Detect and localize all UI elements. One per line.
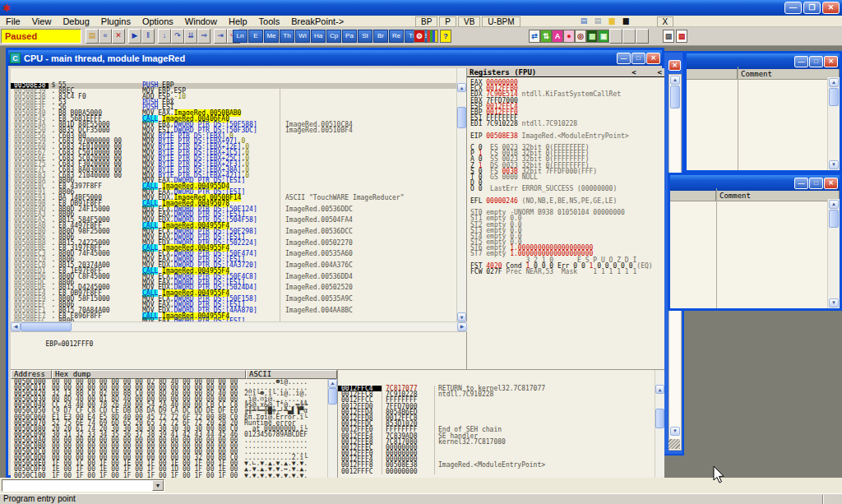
animate-into-button[interactable]: ⇊ — [184, 29, 197, 44]
scroll-thumb[interactable] — [829, 210, 839, 228]
pane-button-pa[interactable]: Pa — [342, 30, 357, 43]
scroll-down-icon[interactable]: ▼ — [670, 427, 680, 436]
maximize-button[interactable]: □ — [632, 53, 645, 64]
step-into-button[interactable]: ↓ — [158, 29, 171, 44]
menu-breakpoint[interactable]: BreakPoint-> — [285, 16, 349, 26]
scroll-down-icon[interactable]: ▼ — [457, 312, 466, 321]
scroll-down-icon[interactable]: ▼ — [829, 160, 839, 169]
close-program-button[interactable]: ✕ — [112, 29, 125, 44]
pane-button-ha[interactable]: Ha — [311, 30, 326, 43]
pane-button-ln[interactable]: Ln — [233, 30, 248, 43]
scroll-thumb[interactable] — [328, 388, 337, 405]
pane-button-cp[interactable]: Cp — [326, 30, 341, 43]
side-window-middle-scrollbar[interactable]: ▲ ▼ — [827, 199, 840, 308]
pane-button-re[interactable]: Re — [389, 30, 404, 43]
dump-scrollbar[interactable]: ▲ — [327, 379, 337, 478]
pane-button-wi[interactable]: Wi — [295, 30, 310, 43]
side-window-middle-body[interactable] — [670, 199, 827, 308]
pane-button-br[interactable]: Br — [373, 30, 388, 43]
menu-ubpm-button[interactable]: U-BPM — [482, 16, 520, 27]
stack-row[interactable]: 0012FFFC00000000 — [338, 469, 655, 474]
scroll-thumb[interactable] — [457, 107, 466, 128]
assemble-a-icon[interactable]: A — [552, 30, 563, 43]
memory-map-icon[interactable]: ▦ — [586, 30, 598, 43]
menu-debug[interactable]: Debug — [57, 16, 95, 26]
step-over-button[interactable]: ↷ — [171, 29, 184, 44]
help-icon[interactable]: ? — [440, 30, 451, 43]
list-plain-icon[interactable]: ▤ — [663, 30, 674, 43]
trace-spiral-icon[interactable]: ◎ — [575, 30, 586, 43]
toolbar-blank-button[interactable] — [622, 29, 636, 44]
menu-bp-button[interactable]: BP — [415, 16, 437, 27]
minimize-button[interactable]: — — [784, 2, 802, 14]
scroll-up-icon[interactable]: ▲ — [457, 83, 466, 92]
menu-view[interactable]: View — [26, 16, 58, 26]
disassembly-scrollbar[interactable]: ▲ ▼ — [456, 68, 466, 321]
cpu-window-titlebar[interactable]: C CPU - main thread, module ImageRed — □… — [8, 50, 662, 66]
scroll-up-icon[interactable]: ▲ — [829, 78, 839, 87]
restart-button[interactable]: « — [99, 29, 112, 44]
menu-close-button[interactable]: X — [657, 16, 674, 27]
scroll-left-icon[interactable]: ◀ — [11, 322, 21, 331]
side-window-top-scrollbar[interactable]: ▲ ▼ — [827, 77, 840, 170]
notes-icon[interactable]: ▤ — [592, 16, 604, 26]
execute-till-return-button[interactable]: ⇥ — [214, 29, 227, 44]
side-window-top-titlebar[interactable]: — □ ✕ — [687, 53, 840, 69]
background-window-close-button[interactable]: ✕ — [669, 60, 681, 71]
disassembly-hscrollbar[interactable]: ◀ ▶ — [11, 321, 467, 331]
console-icon[interactable]: ▆ — [620, 16, 632, 26]
animate-over-button[interactable]: ⇒ — [197, 29, 210, 44]
scroll-thumb[interactable] — [670, 86, 680, 109]
register-line[interactable]: EIP 00508E38 ImageRed.<ModuleEntryPoint> — [470, 133, 664, 139]
pane-button-me[interactable]: Me — [264, 30, 279, 43]
scroll-up-icon[interactable]: ▲ — [829, 200, 839, 209]
log-window-icon[interactable]: ▤ — [578, 16, 590, 26]
registers-header[interactable]: Registers (FPU) < < — [467, 68, 664, 77]
close-button[interactable]: ✕ — [822, 2, 840, 14]
scroll-right-icon[interactable]: ▶ — [457, 322, 467, 331]
side-window-middle-titlebar[interactable]: — □ ✕ — [670, 175, 840, 191]
scroll-thumb[interactable] — [829, 88, 839, 106]
registers-prev-icon[interactable]: < — [632, 68, 636, 76]
side-window-top-body[interactable] — [687, 77, 827, 170]
register-line[interactable]: T 0 GS 0000 NULL — [470, 174, 664, 180]
menu-options[interactable]: Options — [136, 16, 179, 26]
open-file-button[interactable]: ▤ — [86, 29, 99, 44]
register-line[interactable]: EDI 7C910228 ntdll.7C910228 — [470, 121, 664, 127]
menu-tools[interactable]: Tools — [253, 16, 286, 26]
main-titlebar[interactable]: ✱ — ❐ ✕ — [0, 0, 842, 16]
list-marked-icon[interactable]: ▤ — [676, 30, 687, 43]
pause-button[interactable]: ‖ — [141, 29, 155, 44]
close-button[interactable]: ✕ — [824, 56, 838, 67]
registers-next-icon[interactable]: < — [658, 68, 662, 76]
chevron-down-icon[interactable]: ▼ — [152, 480, 164, 491]
resize-grip[interactable] — [669, 439, 680, 449]
maximize-button[interactable]: □ — [809, 178, 823, 189]
pane-button-st[interactable]: St — [358, 30, 372, 43]
open-folder-icon[interactable]: ▆ — [606, 16, 618, 26]
menu-plugins[interactable]: Plugins — [95, 16, 136, 26]
scroll-up-icon[interactable]: ▲ — [655, 385, 664, 394]
appearance-colors-icon[interactable] — [427, 30, 438, 43]
menu-p-button[interactable]: P — [439, 16, 456, 27]
breakpoint-dot-icon[interactable]: ● — [563, 30, 575, 43]
scroll-thumb[interactable] — [21, 322, 72, 331]
minimize-button[interactable]: — — [794, 178, 808, 189]
restore-button[interactable]: ❐ — [803, 2, 821, 14]
pane-button-e[interactable]: E — [248, 30, 263, 43]
scroll-up-icon[interactable]: ▲ — [328, 379, 337, 388]
maximize-button[interactable]: □ — [809, 56, 823, 67]
pane-button-th[interactable]: Th — [280, 30, 294, 43]
toolbar-blank-button[interactable] — [636, 29, 649, 44]
minimize-button[interactable]: — — [617, 53, 631, 64]
menu-file[interactable]: File — [0, 16, 26, 26]
command-combobox[interactable]: ▼ — [2, 479, 164, 492]
close-button[interactable]: ✕ — [646, 53, 660, 64]
scroll-up-icon[interactable]: ▲ — [670, 76, 680, 85]
close-button[interactable]: ✕ — [824, 178, 838, 189]
disasm-row[interactable]: 00508E3E.53PUSH EBX — [11, 100, 456, 106]
register-line[interactable]: FCW 027F Prec NEAR,53 Mask 1 1 1 1 1 1 — [470, 269, 664, 275]
run-button[interactable]: ▶ — [128, 29, 141, 44]
register-line[interactable]: EFL 00000246 (NO,NB,E,BE,NS,PE,GE,LE) — [470, 198, 664, 204]
toolbar-blank-button[interactable] — [609, 29, 622, 44]
